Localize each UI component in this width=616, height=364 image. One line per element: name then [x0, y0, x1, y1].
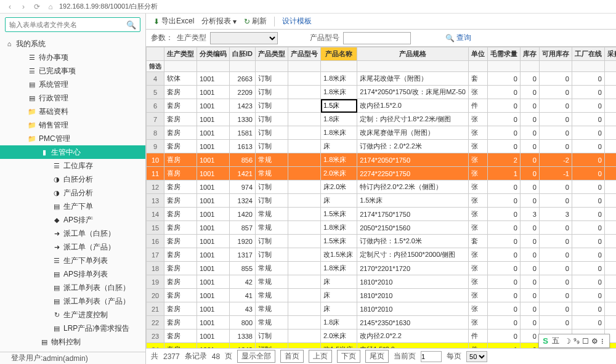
cell[interactable]: 套房 — [164, 113, 197, 126]
cell[interactable]: 0 — [520, 167, 539, 180]
cell[interactable]: 常规 — [256, 275, 288, 289]
cell[interactable]: 常规 — [256, 316, 288, 330]
last-page-button[interactable]: 尾页 — [365, 350, 389, 363]
cell[interactable]: 常规 — [256, 302, 288, 316]
cell[interactable]: 套房 — [164, 289, 197, 302]
sidebar-item[interactable]: ▤系统管理 — [0, 78, 145, 91]
cell[interactable]: 套房 — [164, 221, 197, 235]
cell[interactable]: 0 — [487, 113, 520, 126]
cell[interactable]: 0 — [487, 248, 520, 262]
cell[interactable]: 订制 — [256, 72, 288, 86]
cell[interactable]: 1001 — [197, 140, 230, 153]
cell[interactable]: 套房 — [164, 180, 197, 194]
cell[interactable]: 1.5米床 — [321, 208, 357, 221]
cell[interactable]: 0 — [572, 262, 604, 275]
cell[interactable]: 套房 — [164, 208, 197, 221]
cell[interactable]: 1001 — [197, 180, 230, 194]
cell[interactable]: 0 — [487, 302, 520, 316]
filter-cell[interactable] — [230, 61, 256, 72]
cell[interactable]: 1330 — [230, 113, 256, 126]
cell[interactable]: 1001 — [197, 72, 230, 86]
cell[interactable]: 1001 — [197, 330, 230, 343]
cell[interactable] — [288, 235, 321, 248]
cell[interactable] — [288, 86, 321, 99]
cell[interactable]: 改1.5米床 — [321, 343, 357, 349]
column-header[interactable]: 产品规格 — [357, 47, 469, 61]
table-row[interactable]: 20套房100141常规床1810*2010张00000 — [147, 289, 617, 302]
cell[interactable]: 张 — [468, 208, 487, 221]
sidebar-item[interactable]: 📁销售管理 — [0, 118, 145, 132]
cell[interactable]: 1423 — [230, 99, 256, 113]
cell[interactable]: 0 — [539, 86, 572, 99]
table-row[interactable]: 22套房1001800常规1.8床2145*2350*1630张000080 — [147, 316, 617, 330]
nav-forward[interactable]: › — [18, 2, 28, 12]
cell[interactable]: 1.8米床 — [321, 262, 357, 275]
table-row[interactable]: 7套房10011330订制1.8床定制：内径尺寸1.8*2.2米/侧图张0000… — [147, 113, 617, 126]
cell[interactable] — [604, 72, 616, 86]
cell[interactable]: 0 — [487, 86, 520, 99]
cell[interactable]: 张 — [468, 194, 487, 208]
cell[interactable]: 订制 — [256, 330, 288, 343]
cell[interactable]: 857 — [230, 221, 256, 235]
cell[interactable]: 订制 — [256, 235, 288, 248]
cell[interactable]: 8 — [604, 316, 616, 330]
cell[interactable]: 1001 — [197, 343, 230, 349]
cell[interactable] — [288, 343, 321, 349]
filter-cell[interactable] — [539, 61, 572, 72]
column-header[interactable]: 产品型号 — [288, 47, 321, 61]
cell[interactable]: 套房 — [164, 126, 197, 140]
cell[interactable]: 0 — [520, 343, 539, 349]
cell[interactable] — [288, 113, 321, 126]
cell[interactable]: 特订内径2.0*2.2米（侧图） — [357, 180, 469, 194]
filter-cell[interactable] — [357, 61, 469, 72]
cell[interactable]: 0 — [520, 99, 539, 113]
cell[interactable]: 1001 — [197, 316, 230, 330]
next-page-button[interactable]: 下页 — [337, 350, 360, 363]
cell[interactable]: 套房 — [164, 343, 197, 349]
cell[interactable]: 1.8米床 — [321, 221, 357, 235]
cell[interactable] — [288, 289, 321, 302]
cell[interactable]: 件 — [468, 330, 487, 343]
filter-cell[interactable] — [520, 61, 539, 72]
ime-icon[interactable]: ⫶ — [601, 337, 604, 346]
cell[interactable]: 0 — [487, 99, 520, 113]
cell[interactable]: 0 — [539, 126, 572, 140]
cell[interactable]: 订制 — [256, 113, 288, 126]
design-template-button[interactable]: 设计模板 — [280, 15, 314, 28]
column-header[interactable]: 库存 — [520, 47, 539, 61]
cell[interactable] — [288, 316, 321, 330]
cell[interactable]: 订制 — [256, 194, 288, 208]
column-header[interactable]: 可用库存 — [539, 47, 572, 61]
cell[interactable]: 1001 — [197, 208, 230, 221]
cell[interactable]: 1 — [604, 221, 616, 235]
cell[interactable]: 1001 — [197, 99, 230, 113]
cell[interactable]: 0 — [487, 275, 520, 289]
column-header[interactable]: 工厂在线 — [572, 47, 604, 61]
cell[interactable]: 床 — [321, 275, 357, 289]
cell[interactable]: 床2.0米 — [321, 180, 357, 194]
cell[interactable]: 床 — [321, 289, 357, 302]
cell[interactable]: 3 — [520, 208, 539, 221]
cell[interactable]: 2.0米床 — [321, 167, 357, 180]
sidebar-item[interactable]: ➜派工单（白胚） — [0, 227, 145, 240]
sidebar-item[interactable]: ▤行政管理 — [0, 91, 145, 105]
sidebar-item[interactable]: ➜派工单（产品） — [0, 240, 145, 254]
cell[interactable]: 1342 — [230, 343, 256, 349]
cell[interactable]: 856 — [230, 153, 256, 167]
cell[interactable]: 2170*2201*1720 — [357, 262, 469, 275]
cell[interactable]: 0 — [539, 302, 572, 316]
cell[interactable]: 1001 — [197, 126, 230, 140]
cell[interactable]: 0 — [572, 72, 604, 86]
cell[interactable]: 套房 — [164, 140, 197, 153]
cell[interactable]: 0 — [539, 72, 572, 86]
cell[interactable] — [288, 221, 321, 235]
nav-home-icon[interactable]: ⌂ — [46, 2, 55, 12]
cell[interactable]: 1810*2010 — [357, 289, 469, 302]
cell[interactable]: 张 — [468, 248, 487, 262]
ime-icon[interactable]: ☽ — [564, 337, 571, 346]
param-model-input[interactable] — [343, 32, 411, 44]
cell[interactable]: 张 — [468, 153, 487, 167]
sidebar-item[interactable]: ☰已完成事项 — [0, 64, 145, 78]
filter-cell[interactable] — [164, 61, 197, 72]
ime-mode[interactable]: 五 — [552, 336, 559, 346]
